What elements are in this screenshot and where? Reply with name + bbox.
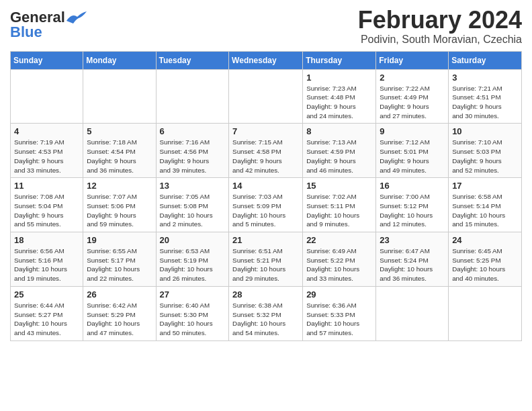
table-row: 6Sunrise: 7:16 AMSunset: 4:56 PMDaylight… <box>156 124 229 178</box>
day-number: 16 <box>380 181 445 191</box>
day-info: Sunrise: 6:42 AMSunset: 5:29 PMDaylight:… <box>87 301 152 338</box>
day-number: 9 <box>380 126 445 136</box>
table-row <box>229 69 303 124</box>
table-row: 9Sunrise: 7:12 AMSunset: 5:01 PMDaylight… <box>376 124 449 178</box>
table-row: 7Sunrise: 7:15 AMSunset: 4:58 PMDaylight… <box>229 124 303 178</box>
day-number: 8 <box>306 126 372 136</box>
day-info: Sunrise: 6:38 AMSunset: 5:32 PMDaylight:… <box>232 301 299 338</box>
day-number: 5 <box>87 126 152 136</box>
day-number: 22 <box>306 235 372 245</box>
logo-blue: Blue <box>10 25 42 40</box>
month-title: February 2024 <box>358 7 522 34</box>
day-info: Sunrise: 7:22 AMSunset: 4:49 PMDaylight:… <box>380 84 445 121</box>
day-info: Sunrise: 7:15 AMSunset: 4:58 PMDaylight:… <box>232 138 299 175</box>
day-number: 14 <box>232 181 299 191</box>
day-info: Sunrise: 7:02 AMSunset: 5:11 PMDaylight:… <box>306 192 372 229</box>
table-row: 24Sunrise: 6:45 AMSunset: 5:25 PMDayligh… <box>449 232 522 287</box>
col-header-thursday: Thursday <box>303 51 376 69</box>
table-row: 26Sunrise: 6:42 AMSunset: 5:29 PMDayligh… <box>83 286 156 340</box>
day-number: 21 <box>232 235 299 245</box>
day-info: Sunrise: 7:07 AMSunset: 5:06 PMDaylight:… <box>87 192 152 229</box>
day-number: 15 <box>306 181 372 191</box>
day-number: 3 <box>452 73 518 83</box>
col-header-tuesday: Tuesday <box>156 51 229 69</box>
day-info: Sunrise: 7:03 AMSunset: 5:09 PMDaylight:… <box>232 192 299 229</box>
table-row: 4Sunrise: 7:19 AMSunset: 4:53 PMDaylight… <box>11 124 83 178</box>
day-info: Sunrise: 6:53 AMSunset: 5:19 PMDaylight:… <box>160 246 226 283</box>
table-row <box>449 286 522 340</box>
day-info: Sunrise: 6:56 AMSunset: 5:16 PMDaylight:… <box>14 246 79 283</box>
day-number: 18 <box>14 235 79 245</box>
day-info: Sunrise: 7:13 AMSunset: 4:59 PMDaylight:… <box>306 138 372 175</box>
day-info: Sunrise: 7:10 AMSunset: 5:03 PMDaylight:… <box>452 138 518 175</box>
calendar-table: SundayMondayTuesdayWednesdayThursdayFrid… <box>10 51 522 341</box>
col-header-monday: Monday <box>83 51 156 69</box>
table-row: 15Sunrise: 7:02 AMSunset: 5:11 PMDayligh… <box>303 178 376 232</box>
day-info: Sunrise: 7:16 AMSunset: 4:56 PMDaylight:… <box>160 138 226 175</box>
logo-bird-icon <box>66 11 87 24</box>
day-number: 29 <box>306 289 372 300</box>
day-number: 23 <box>380 235 445 245</box>
table-row <box>376 286 449 340</box>
table-row: 13Sunrise: 7:05 AMSunset: 5:08 PMDayligh… <box>156 178 229 232</box>
day-info: Sunrise: 7:12 AMSunset: 5:01 PMDaylight:… <box>380 138 445 175</box>
day-info: Sunrise: 6:40 AMSunset: 5:30 PMDaylight:… <box>160 301 226 338</box>
logo: General Blue <box>10 10 87 40</box>
title-block: February 2024 Podivin, South Moravian, C… <box>358 7 522 46</box>
day-info: Sunrise: 6:51 AMSunset: 5:21 PMDaylight:… <box>232 246 299 283</box>
table-row: 27Sunrise: 6:40 AMSunset: 5:30 PMDayligh… <box>156 286 229 340</box>
table-row <box>11 69 83 124</box>
table-row: 16Sunrise: 7:00 AMSunset: 5:12 PMDayligh… <box>376 178 449 232</box>
table-row: 17Sunrise: 6:58 AMSunset: 5:14 PMDayligh… <box>449 178 522 232</box>
day-info: Sunrise: 7:18 AMSunset: 4:54 PMDaylight:… <box>87 138 152 175</box>
day-number: 6 <box>160 126 226 136</box>
page-header: General Blue February 2024 Podivin, Sout… <box>10 7 522 46</box>
day-info: Sunrise: 7:19 AMSunset: 4:53 PMDaylight:… <box>14 138 79 175</box>
table-row: 12Sunrise: 7:07 AMSunset: 5:06 PMDayligh… <box>83 178 156 232</box>
day-info: Sunrise: 6:44 AMSunset: 5:27 PMDaylight:… <box>14 301 79 338</box>
table-row: 22Sunrise: 6:49 AMSunset: 5:22 PMDayligh… <box>303 232 376 287</box>
day-info: Sunrise: 7:05 AMSunset: 5:08 PMDaylight:… <box>160 192 226 229</box>
day-info: Sunrise: 7:00 AMSunset: 5:12 PMDaylight:… <box>380 192 445 229</box>
logo-general: General <box>10 10 65 25</box>
day-info: Sunrise: 6:55 AMSunset: 5:17 PMDaylight:… <box>87 246 152 283</box>
day-info: Sunrise: 7:21 AMSunset: 4:51 PMDaylight:… <box>452 84 518 121</box>
day-number: 19 <box>87 235 152 245</box>
day-info: Sunrise: 6:36 AMSunset: 5:33 PMDaylight:… <box>306 301 372 338</box>
table-row: 10Sunrise: 7:10 AMSunset: 5:03 PMDayligh… <box>449 124 522 178</box>
day-number: 28 <box>232 289 299 300</box>
table-row: 23Sunrise: 6:47 AMSunset: 5:24 PMDayligh… <box>376 232 449 287</box>
day-number: 1 <box>306 73 372 83</box>
col-header-saturday: Saturday <box>449 51 522 69</box>
day-number: 4 <box>14 126 79 136</box>
table-row: 20Sunrise: 6:53 AMSunset: 5:19 PMDayligh… <box>156 232 229 287</box>
table-row: 2Sunrise: 7:22 AMSunset: 4:49 PMDaylight… <box>376 69 449 124</box>
day-info: Sunrise: 6:49 AMSunset: 5:22 PMDaylight:… <box>306 246 372 283</box>
table-row: 3Sunrise: 7:21 AMSunset: 4:51 PMDaylight… <box>449 69 522 124</box>
day-number: 27 <box>160 289 226 300</box>
day-number: 10 <box>452 126 518 136</box>
table-row: 21Sunrise: 6:51 AMSunset: 5:21 PMDayligh… <box>229 232 303 287</box>
table-row: 14Sunrise: 7:03 AMSunset: 5:09 PMDayligh… <box>229 178 303 232</box>
table-row: 1Sunrise: 7:23 AMSunset: 4:48 PMDaylight… <box>303 69 376 124</box>
table-row: 29Sunrise: 6:36 AMSunset: 5:33 PMDayligh… <box>303 286 376 340</box>
location-subtitle: Podivin, South Moravian, Czechia <box>358 34 522 46</box>
table-row: 5Sunrise: 7:18 AMSunset: 4:54 PMDaylight… <box>83 124 156 178</box>
col-header-friday: Friday <box>376 51 449 69</box>
day-info: Sunrise: 6:45 AMSunset: 5:25 PMDaylight:… <box>452 246 518 283</box>
day-number: 25 <box>14 289 79 300</box>
table-row: 28Sunrise: 6:38 AMSunset: 5:32 PMDayligh… <box>229 286 303 340</box>
table-row: 8Sunrise: 7:13 AMSunset: 4:59 PMDaylight… <box>303 124 376 178</box>
table-row: 11Sunrise: 7:08 AMSunset: 5:04 PMDayligh… <box>11 178 83 232</box>
day-number: 17 <box>452 181 518 191</box>
day-number: 26 <box>87 289 152 300</box>
table-row <box>156 69 229 124</box>
day-info: Sunrise: 6:58 AMSunset: 5:14 PMDaylight:… <box>452 192 518 229</box>
col-header-sunday: Sunday <box>11 51 83 69</box>
day-number: 24 <box>452 235 518 245</box>
day-number: 12 <box>87 181 152 191</box>
table-row: 19Sunrise: 6:55 AMSunset: 5:17 PMDayligh… <box>83 232 156 287</box>
day-number: 7 <box>232 126 299 136</box>
day-number: 11 <box>14 181 79 191</box>
col-header-wednesday: Wednesday <box>229 51 303 69</box>
